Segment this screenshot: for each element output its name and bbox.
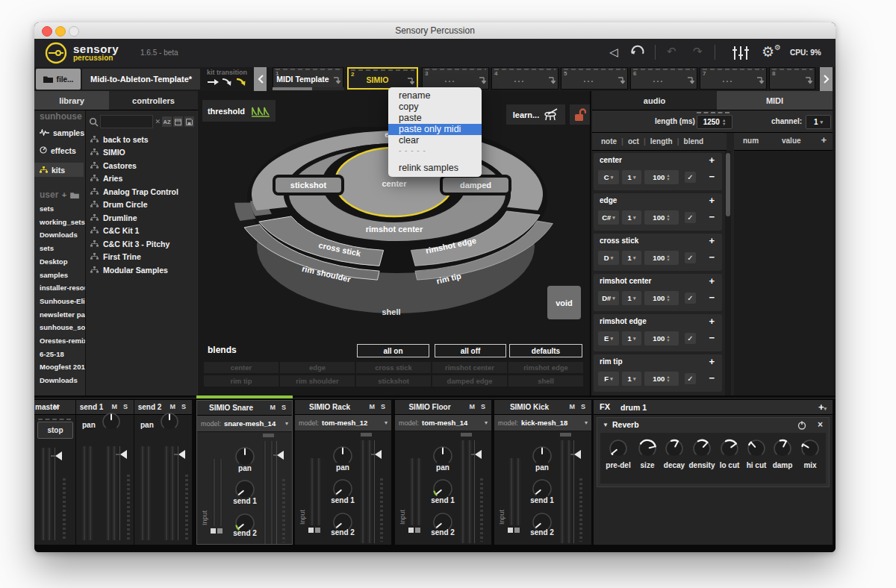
transition-curve-arrow-active-icon[interactable] xyxy=(236,77,248,87)
reverb-knob-pre-del[interactable] xyxy=(609,439,628,461)
model-dropdown-icon[interactable]: ▾ xyxy=(385,419,388,426)
open-folder-icon[interactable] xyxy=(70,192,79,198)
tabs-scroll-left-button[interactable] xyxy=(254,67,267,91)
solo-button[interactable]: S xyxy=(581,403,585,410)
note-enabled-checkbox[interactable]: ✓ xyxy=(685,172,696,183)
blend-cell-stickshot[interactable]: stickshot xyxy=(356,375,431,387)
kit-list-item-First-Trine[interactable]: First Trine xyxy=(90,251,196,263)
user-folder-6-25-18[interactable]: 6-25-18 xyxy=(34,350,89,358)
kit-tab-4[interactable]: 4... xyxy=(491,67,559,90)
reverb-knob-hi-cut[interactable] xyxy=(747,439,766,461)
fader-handle[interactable] xyxy=(277,451,284,460)
add-note-button[interactable]: + xyxy=(709,316,715,327)
tab-pull-icon[interactable] xyxy=(479,74,486,87)
reverb-knob-mix[interactable] xyxy=(800,439,820,461)
kit-list-item-Drumline[interactable]: Drumline xyxy=(90,211,196,224)
kit-list-item-Castores[interactable]: Castores xyxy=(90,159,196,172)
learn-button[interactable]: learn... xyxy=(506,104,565,125)
user-folder-Desktop[interactable]: Desktop xyxy=(34,257,89,266)
search-input[interactable] xyxy=(100,115,153,128)
kit-name[interactable]: Midi-to-Ableton-Template* xyxy=(82,69,200,90)
add-note-button[interactable]: + xyxy=(709,154,715,166)
user-folder-installer-resou[interactable]: installer-resou xyxy=(34,284,89,292)
add-note-button[interactable]: + xyxy=(709,195,715,206)
note-enabled-checkbox[interactable]: ✓ xyxy=(685,252,696,263)
kit-list-item-Modular-Samples[interactable]: Modular Samples xyxy=(90,263,196,276)
length-input[interactable]: 1250▲▼ xyxy=(697,115,732,129)
solo-button[interactable]: S xyxy=(381,403,385,410)
add-cc-button[interactable]: + xyxy=(821,134,827,146)
user-folder-Sunhouse-Eli[interactable]: Sunhouse-Eli xyxy=(34,297,89,305)
reverb-knob-size[interactable] xyxy=(638,439,657,461)
menu-item-rename[interactable]: rename xyxy=(388,90,482,101)
reverb-knob-density[interactable] xyxy=(692,439,712,461)
user-folder-samples[interactable]: samples xyxy=(34,271,89,279)
remove-note-button[interactable]: − xyxy=(709,251,715,263)
tabs-scrollbar[interactable] xyxy=(273,87,344,90)
model-dropdown-icon[interactable]: ▾ xyxy=(485,419,488,426)
kit-list-item-Analog-Trap-Control[interactable]: Analog Trap Control xyxy=(90,185,196,198)
octave-select[interactable]: 1▾ xyxy=(622,291,641,305)
add-note-button[interactable]: + xyxy=(709,235,715,246)
reverb-knob-damp[interactable] xyxy=(773,439,792,461)
length-drag-handle[interactable] xyxy=(697,112,729,113)
solo-button[interactable]: S xyxy=(281,404,286,411)
kit-list-item-C&C-Kit-1[interactable]: C&C Kit 1 xyxy=(90,225,196,237)
blend-cell-shell[interactable]: shell xyxy=(508,375,583,387)
tab-pull-icon[interactable] xyxy=(548,74,556,87)
pan-knob[interactable] xyxy=(102,412,121,434)
redo-icon[interactable]: ↷ xyxy=(693,45,703,58)
sidebar-item-kits[interactable]: kits xyxy=(34,163,84,177)
mute-button[interactable]: M xyxy=(54,403,60,410)
pan-knob[interactable] xyxy=(160,412,179,434)
kit-tab-1[interactable]: 1MIDI Template xyxy=(273,67,343,90)
mute-button[interactable]: M xyxy=(270,404,276,411)
transition-straight-arrow-icon[interactable] xyxy=(207,77,220,87)
kit-tab-5[interactable]: 5... xyxy=(561,67,628,90)
kit-tab-3[interactable]: 3... xyxy=(422,67,489,90)
model-name[interactable]: kick-mesh_18 xyxy=(521,419,567,427)
menu-item-copy[interactable]: copy xyxy=(388,101,482,113)
blend-cell-rimshot-center[interactable]: rimshot center xyxy=(432,362,507,373)
blend-cell-center[interactable]: center xyxy=(204,362,279,373)
kit-tab-7[interactable]: 7... xyxy=(700,67,767,90)
blend-cell-rimshot-edge[interactable]: rimshot edge xyxy=(508,362,583,373)
effect-power-icon[interactable] xyxy=(797,421,806,430)
remove-note-button[interactable]: − xyxy=(709,372,715,384)
blend-cell-rim-tip[interactable]: rim tip xyxy=(204,375,279,387)
model-name[interactable]: tom-mesh_12 xyxy=(322,419,367,427)
clear-search-icon[interactable]: ✕ xyxy=(155,118,161,125)
kit-list-item-C&C-Kit-3---Pitchy[interactable]: C&C Kit 3 - Pitchy xyxy=(90,237,196,250)
note-select[interactable]: C▾ xyxy=(598,170,619,184)
kit-list-item-Drum-Circle[interactable]: Drum Circle xyxy=(90,198,196,211)
remove-note-button[interactable]: − xyxy=(709,292,715,303)
fader-handle[interactable] xyxy=(55,451,62,460)
fx-bus-name[interactable]: drum 1 xyxy=(620,403,647,412)
kit-list-item-SIMIO[interactable]: SIMIO xyxy=(90,146,196,159)
note-enabled-checkbox[interactable]: ✓ xyxy=(685,212,696,223)
sort-date-button[interactable] xyxy=(173,116,183,127)
blend-cell-cross-stick[interactable]: cross stick xyxy=(356,362,431,373)
reverb-knob-lo-cut[interactable] xyxy=(720,439,739,461)
mute-button[interactable]: M xyxy=(570,403,576,410)
octave-select[interactable]: 1▾ xyxy=(622,372,641,386)
transition-curve-arrow-icon[interactable] xyxy=(222,77,234,87)
user-folder-sets[interactable]: sets xyxy=(34,244,89,252)
note-length-input[interactable]: 100▲▼ xyxy=(644,251,679,265)
blends-all-on-button[interactable]: all on xyxy=(357,344,429,357)
tab-pull-icon[interactable] xyxy=(805,74,812,87)
reverb-knob-decay[interactable] xyxy=(665,439,684,461)
tab-pull-icon[interactable] xyxy=(333,74,340,87)
remove-note-button[interactable]: − xyxy=(709,332,715,343)
user-folder-newsletter pa[interactable]: newsletter pa xyxy=(34,310,89,319)
menu-item-relink-samples[interactable]: relink samples xyxy=(388,163,482,174)
add-effect-button[interactable]: +▾ xyxy=(818,401,827,413)
fader-handle[interactable] xyxy=(178,450,185,459)
remove-effect-icon[interactable]: × xyxy=(818,419,823,430)
model-dropdown-icon[interactable]: ▾ xyxy=(585,419,588,426)
add-folder-button[interactable]: + xyxy=(62,190,66,199)
note-length-input[interactable]: 100▲▼ xyxy=(644,331,679,345)
tab-library[interactable]: library xyxy=(34,91,109,110)
solo-button[interactable]: S xyxy=(481,403,485,410)
note-length-input[interactable]: 100▲▼ xyxy=(644,210,679,225)
